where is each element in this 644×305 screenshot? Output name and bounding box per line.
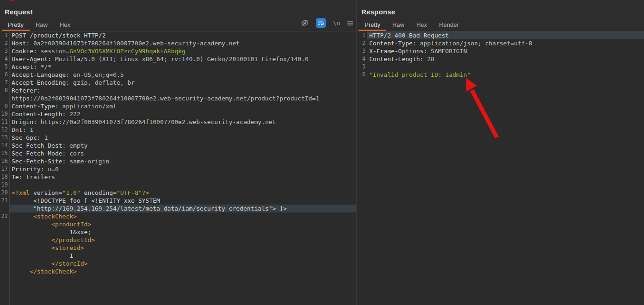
code-line[interactable]: 12Dnt: 1 (0, 126, 356, 134)
code-line[interactable]: 22 <stockCheck> (0, 212, 356, 220)
response-title: Response (361, 8, 395, 16)
code-segment: 1 (30, 126, 33, 133)
code-line[interactable]: 14Sec-Fetch-Dest: empty (0, 142, 356, 149)
hide-non-printable-eye-icon[interactable] (301, 19, 309, 27)
code-text: Accept: */* (10, 63, 356, 71)
code-text: Priority: u=0 (10, 165, 356, 173)
code-line[interactable]: 10Content-Length: 222 (0, 110, 356, 118)
line-number: 4 (0, 55, 10, 63)
code-segment: Mozilla/5.0 (X11; Linux x86_64; rv:140.0… (55, 56, 309, 62)
code-segment: "http://169.254.169.254/latest/meta-data… (12, 205, 287, 212)
code-line[interactable]: "http://169.254.169.254/latest/meta-data… (0, 205, 356, 212)
line-number: 6 (0, 71, 10, 79)
request-toolbar: \n (301, 18, 353, 28)
tab-hex[interactable]: Hex (410, 20, 433, 31)
code-line[interactable]: 18Te: trailers (0, 173, 356, 181)
code-line[interactable]: 2Host: 0a2f0039041073f780264f10007700e2.… (0, 39, 356, 47)
code-segment: </productId> (51, 237, 95, 243)
code-text: </storeId> (10, 260, 356, 268)
code-text: Te: trailers (10, 173, 356, 181)
code-text: </stockCheck> (10, 268, 356, 275)
tab-hex[interactable]: Hex (54, 20, 76, 31)
soft-wrap-icon[interactable] (316, 18, 326, 28)
line-number: 22 (0, 212, 10, 220)
line-number: 3 (0, 47, 10, 55)
line-number: 3 (357, 47, 367, 55)
newline-icon[interactable]: \n (333, 19, 340, 26)
code-text: Dnt: 1 (10, 126, 356, 134)
code-line[interactable]: </stockCheck> (0, 268, 356, 275)
code-line[interactable]: 4User-Agent: Mozilla/5.0 (X11; Linux x86… (0, 55, 356, 63)
code-segment: gzip, deflate, br (73, 79, 135, 86)
line-number: 20 (0, 189, 10, 197)
code-text: <storeId> (10, 244, 356, 252)
code-segment: ?> (142, 189, 149, 196)
code-line[interactable]: 13Sec-Gpc: 1 (0, 134, 356, 142)
code-text: Origin: https://0a2f0039041073f780264f10… (10, 118, 356, 126)
code-line[interactable]: 17Priority: u=0 (0, 165, 356, 173)
tab-pretty[interactable]: Pretty (2, 20, 30, 31)
code-text: Content-Type: application/xml (10, 102, 356, 110)
code-segment (12, 244, 51, 251)
code-text: X-Frame-Options: SAMEORIGIN (367, 47, 644, 55)
code-segment: Accept: (12, 63, 41, 70)
code-segment: same-origin (69, 158, 109, 165)
tab-raw[interactable]: Raw (30, 20, 54, 31)
code-text: Sec-Gpc: 1 (10, 134, 356, 142)
code-segment: empty (69, 142, 87, 149)
line-number: 2 (357, 39, 367, 47)
code-text: Cookie: session=GnVOc3VOSXMKfOPzcCyN9hqa… (10, 47, 356, 55)
code-line[interactable]: 11Origin: https://0a2f0039041073f780264f… (0, 118, 356, 126)
code-line[interactable]: 1 (0, 252, 356, 260)
code-text: <!DOCTYPE foo [ <!ENTITY xxe SYSTEM (10, 197, 356, 205)
code-segment: Sec-Fetch-Site: (12, 158, 69, 165)
code-line[interactable]: <productId> (0, 220, 356, 228)
code-line[interactable]: 8Referer: (0, 87, 356, 94)
code-segment: X-Frame-Options: (369, 48, 431, 55)
code-line[interactable]: 3Cookie: session=GnVOc3VOSXMKfOPzcCyN9hq… (0, 47, 356, 55)
code-segment (12, 268, 30, 275)
request-header: Request PrettyRawHex \n (0, 0, 356, 31)
code-line[interactable]: 21 <!DOCTYPE foo [ <!ENTITY xxe SYSTEM (0, 197, 356, 205)
menu-icon[interactable] (347, 20, 353, 26)
code-line[interactable]: 7Accept-Encoding: gzip, deflate, br (0, 79, 356, 87)
tab-render[interactable]: Render (433, 20, 465, 31)
code-line[interactable]: 9Content-Type: application/xml (0, 102, 356, 110)
code-line[interactable]: </productId> (0, 236, 356, 244)
code-line[interactable]: 1&xxe; (0, 228, 356, 236)
code-segment: */* (41, 63, 51, 70)
code-segment: HTTP/2 400 Bad Request (369, 32, 449, 39)
tab-raw[interactable]: Raw (386, 20, 410, 31)
code-line[interactable]: https://0a2f0039041073f780264f10007700e2… (0, 94, 356, 102)
code-line[interactable]: 16Sec-Fetch-Site: same-origin (0, 157, 356, 165)
code-line[interactable]: 6Accept-Language: en-US,en;q=0.5 (0, 71, 356, 79)
response-tabs: PrettyRawHexRender (359, 20, 465, 31)
line-number: 15 (0, 149, 10, 157)
code-line[interactable]: 2Content-Type: application/json; charset… (357, 39, 644, 47)
code-line[interactable]: 3X-Frame-Options: SAMEORIGIN (357, 47, 644, 55)
code-segment: Sec-Gpc: (12, 134, 44, 141)
code-line[interactable]: 19 (0, 181, 356, 189)
code-segment: Sec-Fetch-Dest: (12, 142, 69, 149)
code-line[interactable]: 1HTTP/2 400 Bad Request (357, 31, 644, 39)
code-line[interactable]: </storeId> (0, 260, 356, 268)
code-segment: Content-Type: (369, 40, 420, 47)
code-text: Content-Length: 222 (10, 110, 356, 118)
response-editor[interactable]: 1HTTP/2 400 Bad Request2Content-Type: ap… (357, 31, 644, 305)
code-line[interactable]: 15Sec-Fetch-Mode: cors (0, 149, 356, 157)
code-line[interactable]: 6"Invalid product ID: 1admin" (357, 71, 644, 79)
code-line[interactable]: 4Content-Length: 28 (357, 55, 644, 63)
code-text: Referer: (10, 87, 356, 94)
code-line[interactable]: 20<?xml version="1.0" encoding="UTF-8"?> (0, 189, 356, 197)
code-line[interactable]: 5Accept: */* (0, 63, 356, 71)
code-segment: 28 (427, 56, 434, 62)
code-line[interactable]: 1POST /product/stock HTTP/2 (0, 31, 356, 39)
code-line[interactable]: 5 (357, 63, 644, 71)
code-segment: application/xml (62, 103, 117, 110)
code-text: Sec-Fetch-Mode: cors (10, 149, 356, 157)
code-segment: </stockCheck> (30, 268, 77, 275)
tab-pretty[interactable]: Pretty (359, 20, 386, 31)
request-editor[interactable]: 1POST /product/stock HTTP/22Host: 0a2f00… (0, 31, 356, 305)
code-segment: encoding= (80, 189, 117, 196)
code-line[interactable]: <storeId> (0, 244, 356, 252)
